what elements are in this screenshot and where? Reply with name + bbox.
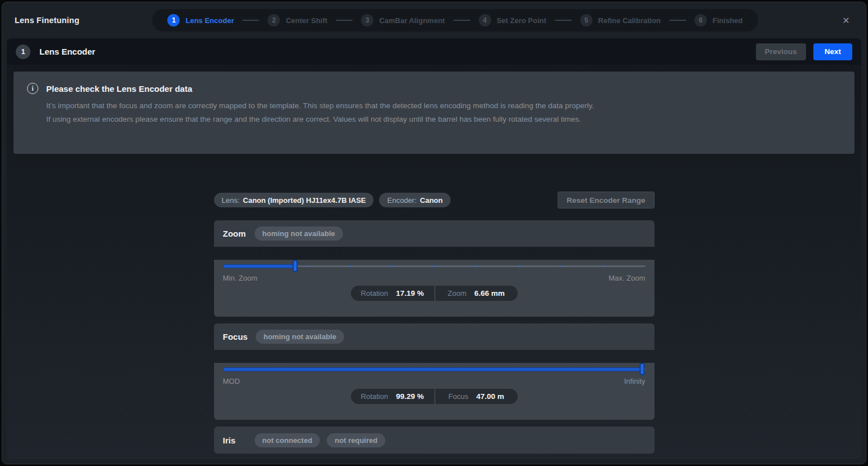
slider-tick (434, 265, 435, 267)
infinity-label: Infinity (624, 377, 646, 385)
step-connector (242, 20, 259, 21)
step-label: Finished (713, 16, 742, 25)
slider-tick (476, 265, 478, 267)
info-title: Please check the Lens Encoder data (46, 84, 192, 94)
focus-homing-status-badge: homing not available (256, 330, 344, 344)
slider-tick (391, 265, 393, 267)
focus-slider[interactable] (223, 363, 646, 375)
wizard-body-panel: 1 Lens Encoder Previous Next i Please ch… (7, 38, 861, 459)
info-line-2: If using external encoders please ensure… (46, 113, 841, 126)
focus-section-header: Focus homing not available (214, 323, 655, 350)
rotation-label: Rotation (361, 289, 388, 298)
step-label: Set Zero Point (497, 16, 546, 25)
wizard-nav-buttons: Previous Next (756, 43, 852, 60)
zoom-value: 6.66 mm (474, 289, 505, 298)
info-icon: i (27, 83, 38, 94)
step-connector (669, 20, 686, 21)
step-cambar-alignment[interactable]: 3 CamBar Alignment (361, 14, 445, 26)
step-center-shift[interactable]: 2 Center Shift (268, 14, 327, 26)
step-header-bar: 1 Lens Encoder Previous Next (7, 38, 861, 65)
wizard-stepper: 1 Lens Encoder 2 Center Shift 3 CamBar A… (152, 9, 758, 32)
zoom-slider-handle[interactable] (293, 260, 298, 272)
zoom-slider-labels: Min. Zoom Max. Zoom (223, 274, 646, 282)
rotation-value: 17.19 % (396, 289, 424, 298)
step-set-zero-point[interactable]: 4 Set Zero Point (479, 14, 546, 26)
encoder-label: Encoder: (387, 196, 416, 205)
slider-tick (307, 265, 309, 267)
zoom-slider[interactable] (223, 260, 646, 272)
lens-badge: Lens: Canon (Imported) HJ11ex4.7B IASE (214, 193, 374, 207)
focus-readout-row: Rotation 99.29 % Focus 47.00 m (223, 389, 646, 404)
step-label: CamBar Alignment (379, 16, 445, 25)
step-label: Refine Calibration (598, 16, 661, 25)
encoder-badge: Encoder: Canon (379, 193, 451, 207)
zoom-homing-status-badge: homing not available (255, 227, 343, 241)
mod-label: MOD (223, 377, 240, 385)
iris-section-card: Iris not connected not required (214, 427, 655, 454)
title-bar: Lens Finetuning 1 Lens Encoder 2 Center … (2, 2, 866, 38)
window-title: Lens Finetuning (15, 16, 79, 25)
focus-section-card: Focus homing not available (214, 323, 655, 420)
lens-info-row: Lens: Canon (Imported) HJ11ex4.7B IASE E… (214, 192, 655, 208)
zoom-section-header: Zoom homing not available (214, 220, 655, 247)
zoom-section-body: Min. Zoom Max. Zoom Rotation 17.19 % Zoo… (214, 260, 655, 317)
current-step-title: Lens Encoder (39, 47, 95, 56)
focus-value-readout: Focus 47.00 m (434, 389, 518, 404)
previous-button[interactable]: Previous (756, 43, 806, 60)
focus-slider-handle[interactable] (640, 363, 645, 375)
focus-slider-labels: MOD Infinity (223, 377, 646, 385)
lens-finetuning-window: Lens Finetuning 1 Lens Encoder 2 Center … (2, 2, 866, 464)
focus-section-body: MOD Infinity Rotation 99.29 % Focus 47.0… (214, 363, 655, 420)
focus-rotation-readout: Rotation 99.29 % (351, 389, 434, 404)
slider-tick (603, 265, 604, 267)
lens-value: Canon (Imported) HJ11ex4.7B IASE (243, 196, 366, 205)
step-finished[interactable]: 6 Finished (695, 14, 742, 26)
zoom-readout-row: Rotation 17.19 % Zoom 6.66 mm (223, 286, 646, 301)
step-number-badge: 1 (167, 14, 180, 26)
lens-label: Lens: (222, 196, 240, 205)
slider-tick (560, 265, 562, 267)
step-label: Lens Encoder (185, 16, 234, 25)
max-zoom-label: Max. Zoom (608, 274, 645, 282)
zoom-rotation-readout: Rotation 17.19 % (351, 286, 434, 301)
iris-not-connected-badge: not connected (255, 433, 321, 447)
encoder-value: Canon (420, 196, 443, 205)
step-number-badge: 2 (268, 14, 280, 26)
rotation-value: 99.29 % (396, 392, 424, 401)
zoom-slider-fill (223, 264, 296, 268)
focus-section-title: Focus (223, 332, 248, 341)
focus-label: Focus (448, 392, 468, 401)
focus-value: 47.00 m (476, 392, 504, 401)
close-icon[interactable]: ✕ (839, 13, 853, 28)
zoom-section-title: Zoom (223, 229, 247, 238)
current-step-number-badge: 1 (16, 45, 30, 59)
step-number-badge: 3 (361, 14, 373, 26)
zoom-section-card: Zoom homing not available (214, 220, 655, 317)
zoom-value-readout: Zoom 6.66 mm (434, 286, 518, 301)
slider-tick (349, 265, 351, 267)
info-panel: i Please check the Lens Encoder data It’… (14, 72, 854, 154)
step-connector (336, 20, 353, 21)
rotation-label: Rotation (361, 392, 388, 401)
step-connector (555, 20, 572, 21)
next-button[interactable]: Next (813, 43, 852, 60)
zoom-label: Zoom (448, 289, 466, 298)
focus-slider-fill (223, 367, 643, 371)
step-number-badge: 6 (695, 14, 707, 26)
step-number-badge: 4 (479, 14, 491, 26)
slider-tick (518, 265, 520, 267)
step-label: Center Shift (286, 16, 327, 25)
step-refine-calibration[interactable]: 5 Refine Calibration (580, 14, 661, 26)
info-description: It’s important that the focus and zoom a… (46, 99, 841, 126)
step-number-badge: 5 (580, 14, 593, 26)
step-lens-encoder[interactable]: 1 Lens Encoder (167, 14, 234, 26)
iris-not-required-badge: not required (327, 433, 385, 447)
reset-encoder-range-button[interactable]: Reset Encoder Range (558, 192, 655, 208)
step-connector (453, 20, 470, 21)
encoder-content-column: Lens: Canon (Imported) HJ11ex4.7B IASE E… (214, 192, 655, 454)
min-zoom-label: Min. Zoom (223, 274, 257, 282)
info-line-1: It’s important that the focus and zoom a… (46, 99, 841, 113)
info-panel-header: i Please check the Lens Encoder data (27, 83, 841, 94)
iris-section-title: Iris (223, 436, 247, 445)
